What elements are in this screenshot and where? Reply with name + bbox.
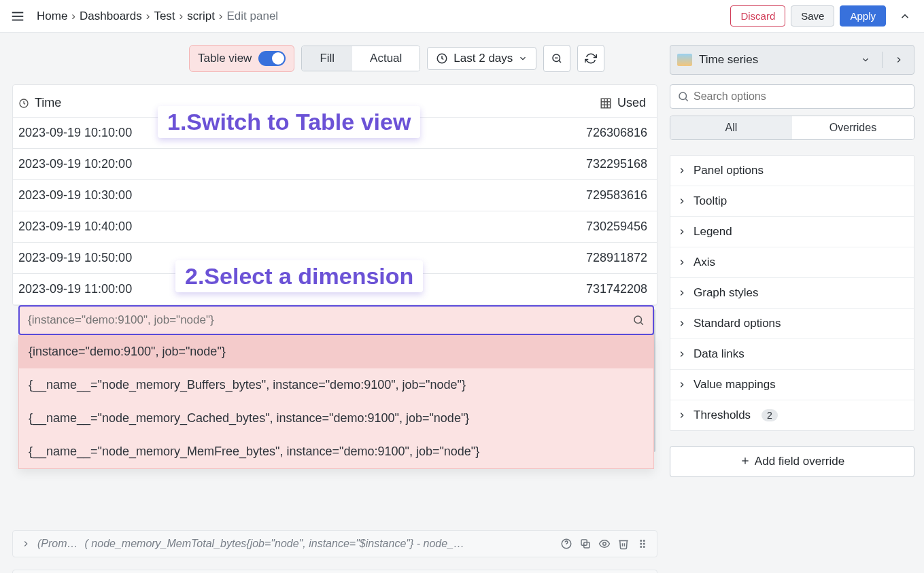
- option-section[interactable]: Standard options: [670, 309, 914, 339]
- menu-button[interactable]: [8, 7, 27, 26]
- annotation-2: 2.Select a dimension: [175, 260, 423, 292]
- apply-button[interactable]: Apply: [840, 5, 886, 27]
- option-label: Tooltip: [694, 194, 727, 208]
- grid-icon: [600, 97, 612, 109]
- zoom-out-button[interactable]: [543, 45, 570, 72]
- chevron-right-icon: [677, 411, 687, 420]
- tab-overrides[interactable]: Overrides: [792, 116, 914, 139]
- cell-used: 731742208: [586, 282, 647, 296]
- table-row[interactable]: 2023-09-19 10:20:00732295168: [13, 149, 657, 180]
- svg-point-19: [603, 542, 606, 546]
- add-field-override-button[interactable]: Add field override: [670, 446, 914, 477]
- table-row[interactable]: 2023-09-19 10:40:00730259456: [13, 211, 657, 243]
- chevron-right-icon: [677, 288, 687, 298]
- dimension-select: {instance="demo:9100", job="node"}{__nam…: [18, 305, 654, 469]
- dimension-input[interactable]: [28, 313, 632, 327]
- option-section[interactable]: Value mappings: [670, 370, 914, 400]
- svg-point-21: [644, 540, 645, 542]
- timeseries-icon: [677, 54, 692, 66]
- svg-point-20: [640, 540, 642, 542]
- dimension-input-wrap[interactable]: [18, 305, 654, 335]
- breadcrumb-home[interactable]: Home: [37, 10, 67, 23]
- chevron-right-icon: [677, 196, 687, 206]
- option-section[interactable]: Thresholds2: [670, 400, 914, 430]
- option-section[interactable]: Data links: [670, 339, 914, 370]
- refresh-button[interactable]: [577, 45, 604, 72]
- svg-point-23: [644, 543, 645, 544]
- svg-line-38: [685, 99, 687, 101]
- col-used-header[interactable]: Used: [617, 96, 646, 110]
- chevron-right-icon: [677, 166, 687, 175]
- options-search[interactable]: [670, 84, 914, 109]
- collapse-panel-button[interactable]: [894, 5, 916, 27]
- table-view-switch[interactable]: [258, 51, 286, 66]
- query-rows: (Prom…( node_memory_MemTotal_bytes{job="…: [12, 530, 657, 573]
- option-label: Graph styles: [694, 286, 758, 300]
- options-tabs: All Overrides: [670, 116, 914, 140]
- expand-panel-button[interactable]: [889, 50, 908, 69]
- dimension-option[interactable]: {__name__="node_memory_Cached_bytes", in…: [19, 402, 653, 435]
- options-search-input[interactable]: [694, 90, 907, 103]
- svg-point-24: [640, 546, 642, 548]
- query-row[interactable]: (PromDataSource)node_memory_Buffers_byte…: [12, 570, 657, 573]
- chevron-right-icon: [677, 380, 687, 389]
- breadcrumb: Home › Dashboards › Test › script › Edit…: [37, 10, 278, 23]
- option-section[interactable]: Axis: [670, 247, 914, 278]
- chevron-right-icon: [677, 349, 687, 359]
- cell-used: 730259456: [586, 220, 647, 234]
- svg-point-25: [644, 546, 645, 548]
- breadcrumb-script[interactable]: script: [187, 10, 215, 23]
- cell-time: 2023-09-19 11:00:00: [18, 282, 132, 296]
- option-section[interactable]: Legend: [670, 217, 914, 247]
- cell-used: 728911872: [586, 251, 647, 265]
- drag-handle-icon[interactable]: [636, 538, 649, 550]
- col-time-header[interactable]: Time: [35, 96, 61, 110]
- option-label: Value mappings: [694, 378, 776, 392]
- visualization-picker[interactable]: Time series: [670, 45, 914, 75]
- svg-line-14: [640, 322, 643, 324]
- clock-icon: [18, 98, 29, 109]
- time-range-picker[interactable]: Last 2 days: [427, 47, 536, 70]
- cell-time: 2023-09-19 10:20:00: [18, 157, 132, 171]
- query-expression: ( node_memory_MemTotal_bytes{job="node",…: [85, 538, 553, 550]
- option-label: Legend: [694, 225, 732, 239]
- query-row[interactable]: (Prom…( node_memory_MemTotal_bytes{job="…: [12, 530, 657, 557]
- option-label: Axis: [694, 256, 715, 269]
- cell-time: 2023-09-19 10:40:00: [18, 220, 132, 234]
- tab-all[interactable]: All: [670, 116, 792, 139]
- fill-button[interactable]: Fill: [302, 46, 352, 71]
- discard-button[interactable]: Discard: [730, 5, 785, 27]
- svg-point-37: [679, 92, 687, 100]
- trash-icon[interactable]: [617, 538, 630, 550]
- help-icon[interactable]: [560, 538, 572, 550]
- chevron-down-icon: [856, 50, 875, 69]
- cell-time: 2023-09-19 10:30:00: [18, 188, 132, 203]
- option-badge: 2: [762, 409, 778, 421]
- cell-used: 729583616: [586, 188, 647, 203]
- dimension-option[interactable]: {instance="demo:9100", job="node"}: [19, 335, 653, 368]
- breadcrumb-dashboards[interactable]: Dashboards: [80, 10, 142, 23]
- option-label: Panel options: [694, 164, 764, 177]
- chevron-right-icon: [677, 319, 687, 328]
- time-range-label: Last 2 days: [454, 52, 513, 65]
- dimension-options-list: {instance="demo:9100", job="node"}{__nam…: [18, 335, 654, 469]
- svg-line-6: [559, 60, 561, 63]
- eye-icon[interactable]: [598, 538, 611, 550]
- option-section[interactable]: Tooltip: [670, 186, 914, 217]
- option-section[interactable]: Panel options: [670, 156, 914, 186]
- copy-icon[interactable]: [579, 538, 592, 550]
- breadcrumb-test[interactable]: Test: [154, 10, 175, 23]
- option-section[interactable]: Graph styles: [670, 278, 914, 309]
- dimension-option[interactable]: {__name__="node_memory_MemFree_bytes", i…: [19, 435, 653, 468]
- plus-icon: [740, 455, 751, 466]
- search-icon: [677, 90, 689, 103]
- svg-point-13: [634, 316, 642, 324]
- actual-button[interactable]: Actual: [352, 46, 420, 71]
- annotation-1: 1.Switch to Table view: [158, 106, 420, 138]
- save-button[interactable]: Save: [791, 5, 834, 27]
- table-row[interactable]: 2023-09-19 10:30:00729583616: [13, 180, 657, 211]
- dimension-option[interactable]: {__name__="node_memory_Buffers_bytes", i…: [19, 368, 653, 402]
- table-view-toggle[interactable]: Table view: [189, 45, 294, 72]
- table-view-label: Table view: [198, 52, 252, 65]
- option-label: Data links: [694, 347, 745, 361]
